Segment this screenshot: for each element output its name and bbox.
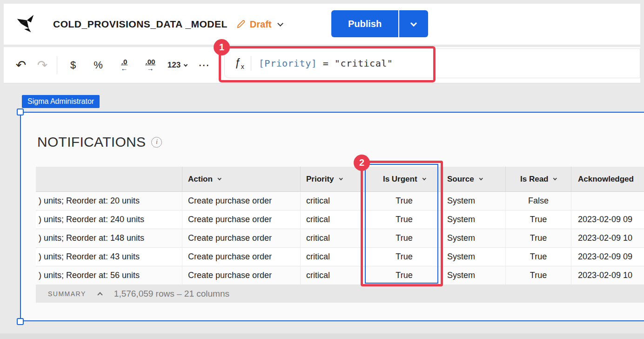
annotation-box-1 — [219, 46, 436, 82]
cell-action[interactable]: Create purchase order — [182, 229, 301, 248]
cell-action[interactable]: Create purchase order — [182, 248, 301, 266]
summary-bar: SUMMARY 1,576,059 rows – 21 columns — [36, 285, 644, 303]
column-header-message[interactable] — [36, 167, 182, 192]
chevron-up-icon[interactable] — [97, 292, 102, 297]
column-label: Acknowledged — [578, 175, 634, 184]
cell-is-read[interactable]: True — [506, 210, 571, 229]
redo-button[interactable]: ↷ — [32, 58, 53, 73]
column-header-action[interactable]: Action — [182, 167, 301, 192]
annotation-step-1: 1 — [214, 39, 230, 55]
cell-action[interactable]: Create purchase order — [182, 210, 301, 229]
column-label: Is Read — [520, 175, 548, 184]
column-header-priority[interactable]: Priority — [301, 167, 365, 192]
cell-source[interactable]: System — [443, 210, 506, 229]
cell-message[interactable]: ) units; Reorder at: 43 units — [36, 248, 182, 266]
publish-button[interactable]: Publish — [331, 10, 398, 37]
increase-decimal-button[interactable]: .00 → — [137, 59, 163, 71]
cell-source[interactable]: System — [443, 229, 506, 248]
column-header-source[interactable]: Source — [443, 167, 506, 192]
publish-dropdown-button[interactable] — [398, 10, 428, 37]
chevron-down-icon — [410, 20, 417, 27]
notifications-table: ActionPriorityIs UrgentSourceIs ReadAckn… — [36, 167, 644, 285]
info-icon[interactable]: i — [151, 137, 162, 148]
cell-message[interactable]: ) units; Reorder at: 56 units — [36, 266, 182, 285]
sigma-logo-icon — [15, 14, 36, 35]
chevron-down-icon — [553, 176, 557, 180]
cell-is-read[interactable]: True — [506, 229, 571, 248]
cell-message[interactable]: ) units; Reorder at: 240 units — [36, 210, 182, 229]
cell-acknowledged[interactable]: 2023-02-09 09 — [571, 210, 644, 229]
chevron-down-icon — [184, 62, 188, 66]
selected-page-element[interactable]: NOTIFICATIONS i ActionPriorityIs UrgentS… — [20, 112, 644, 321]
cell-acknowledged[interactable]: 2023-02-09 10 — [571, 266, 644, 285]
top-bar: COLD_PROVISIONS_DATA _MODEL Draft Publis… — [4, 4, 640, 45]
cell-priority[interactable]: critical — [301, 210, 365, 229]
chevron-down-icon — [339, 176, 342, 180]
element-title: NOTIFICATIONS — [37, 134, 146, 150]
cell-is-read[interactable]: False — [506, 192, 571, 210]
column-label: Action — [188, 175, 213, 184]
draft-status-menu[interactable]: Draft — [236, 19, 282, 30]
column-label: Priority — [306, 175, 334, 184]
cell-priority[interactable]: critical — [301, 266, 365, 285]
publish-split-button: Publish — [331, 10, 428, 37]
draft-label: Draft — [250, 19, 272, 30]
cell-priority[interactable]: critical — [301, 192, 365, 210]
column-header-acknowledged[interactable]: Acknowledged — [571, 167, 644, 192]
column-label: Source — [447, 175, 474, 184]
column-header-is-read[interactable]: Is Read — [506, 167, 571, 192]
undo-button[interactable]: ↶ — [10, 58, 32, 73]
cell-is-read[interactable]: True — [506, 266, 571, 285]
cell-source[interactable]: System — [443, 266, 506, 285]
row-column-count: 1,576,059 rows – 21 columns — [114, 289, 229, 299]
selection-handle-bottom[interactable] — [17, 318, 24, 325]
toolbar-divider — [57, 56, 57, 74]
cell-acknowledged[interactable]: 2023-02-09 09 — [571, 248, 644, 266]
annotation-box-2 — [361, 161, 443, 286]
cell-priority[interactable]: critical — [301, 248, 365, 266]
percent-format-button[interactable]: % — [85, 59, 111, 71]
cell-message[interactable]: ) units; Reorder at: 20 units — [36, 192, 182, 210]
selection-handle-top[interactable] — [17, 108, 24, 115]
cell-action[interactable]: Create purchase order — [182, 192, 301, 210]
cell-priority[interactable]: critical — [301, 229, 365, 248]
element-title-row: NOTIFICATIONS i — [37, 134, 162, 150]
number-format-menu[interactable]: 123 — [163, 61, 191, 70]
cell-acknowledged[interactable] — [571, 192, 644, 210]
arrow-right-icon: → — [147, 65, 154, 71]
summary-label: SUMMARY — [48, 290, 86, 298]
cell-acknowledged[interactable]: 2023-02-09 10 — [571, 229, 644, 248]
cell-source[interactable]: System — [443, 192, 506, 210]
chevron-down-icon — [218, 176, 221, 180]
currency-format-button[interactable]: $ — [61, 59, 85, 71]
cell-source[interactable]: System — [443, 248, 506, 266]
cell-action[interactable]: Create purchase order — [182, 266, 301, 285]
chevron-down-icon — [479, 176, 483, 180]
arrow-left-icon: ← — [121, 65, 128, 71]
document-title: COLD_PROVISIONS_DATA _MODEL — [53, 19, 228, 30]
cell-message[interactable]: ) units; Reorder at: 148 units — [36, 229, 182, 248]
cell-is-read[interactable]: True — [506, 248, 571, 266]
chevron-down-icon — [277, 20, 283, 27]
decrease-decimal-button[interactable]: .0 ← — [111, 59, 137, 71]
more-options-button[interactable]: ⋯ — [191, 59, 217, 72]
permission-badge: Sigma Administrator — [22, 95, 100, 108]
window-bottom-strip — [0, 333, 644, 339]
pencil-icon — [236, 19, 246, 29]
annotation-step-2: 2 — [354, 155, 370, 171]
